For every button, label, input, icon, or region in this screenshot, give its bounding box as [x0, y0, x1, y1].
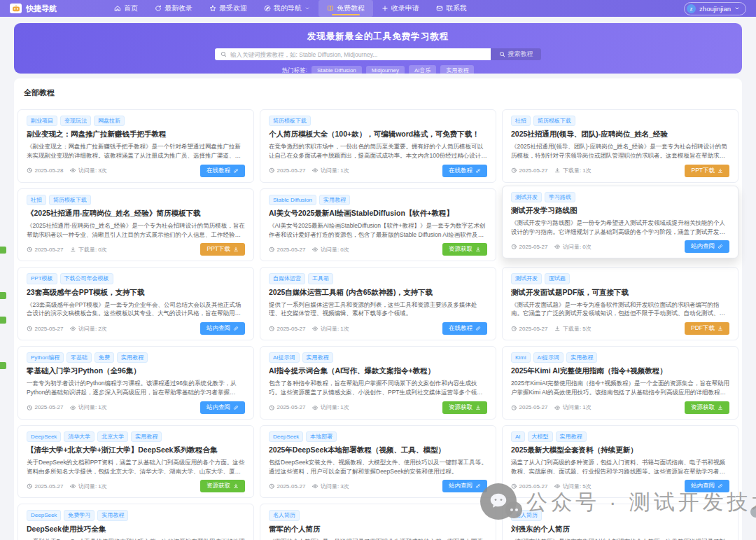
card-action-button[interactable]: 站内查阅	[685, 480, 729, 492]
nav-item-home[interactable]: 首页	[106, 0, 146, 17]
card-action-button[interactable]: 资源获取	[685, 401, 729, 414]
category-tag[interactable]: 测试开发	[511, 273, 542, 284]
category-tag[interactable]: 网盘拉新	[94, 116, 125, 126]
category-tag[interactable]: 免费	[94, 352, 114, 363]
card-action-button[interactable]: 在线教程	[200, 165, 245, 177]
category-tag[interactable]: DeepSeek	[269, 431, 303, 442]
card-action-button[interactable]: PDF下载	[685, 322, 729, 335]
card-action-button[interactable]: 资源获取	[442, 401, 487, 414]
card-title[interactable]: DeepSeek使用技巧全集	[27, 525, 245, 534]
category-tag[interactable]: Python编程	[27, 352, 64, 363]
nav-item-star[interactable]: 最受欢迎	[201, 0, 255, 17]
card-title[interactable]: AI美女号2025最新AI绘画StableDiffusion【软件+教程】	[269, 209, 487, 219]
category-tag[interactable]: 实用教程	[117, 352, 148, 363]
card-title[interactable]: 2025年DeepSeek本地部署教程（视频、工具、模型）	[269, 445, 487, 455]
nav-item-refresh[interactable]: 最新收录	[146, 0, 201, 17]
category-tag[interactable]: 本地部署	[306, 431, 337, 442]
category-tag[interactable]: 下载公司年会模板	[60, 273, 113, 284]
card-action-button[interactable]: 站内查阅	[200, 322, 245, 335]
hot-tag[interactable]: Midjourney	[366, 66, 405, 75]
category-tag[interactable]: 自媒体运营	[269, 273, 305, 284]
category-tag[interactable]: DeepSeek	[27, 431, 61, 442]
site-logo[interactable]: 快捷导航	[10, 4, 57, 14]
category-tag[interactable]: Kimi	[511, 352, 531, 363]
hot-tag[interactable]: AI音乐	[409, 65, 437, 76]
eye-icon	[312, 483, 318, 490]
card-title[interactable]: 【清华大学+北京大学+浙江大学】DeepSeek系列教程合集	[27, 445, 245, 455]
card-action-button[interactable]: 站内查阅	[442, 480, 487, 492]
category-tag[interactable]: 简历模板下载	[49, 195, 91, 205]
card-meta: 2025-05-28访问量: 3次	[27, 167, 107, 174]
card-title[interactable]: 《2025社招通用-应聘岗位_姓名_经验》简历模板下载	[27, 209, 245, 219]
category-tag[interactable]: 简历模板下载	[269, 116, 311, 126]
card-title[interactable]: 雷军的个人简历	[269, 525, 487, 534]
category-tag[interactable]: AI提示词	[269, 352, 300, 363]
nav-item-label: 我的导航	[274, 4, 302, 13]
card-title[interactable]: 2025最新大模型全套资料（持续更新）	[511, 445, 729, 455]
category-tag[interactable]: 简历模板下载	[533, 116, 575, 126]
card-action-button[interactable]: PPT下载	[200, 243, 245, 256]
category-tag[interactable]: 测试开发	[511, 192, 542, 202]
search-input[interactable]	[230, 51, 485, 58]
category-tag[interactable]: 北京大学	[97, 431, 128, 442]
category-tag[interactable]: 工具箱	[308, 273, 333, 284]
card-title[interactable]: 个人简历模板大全（100+款），可编辑word格式，可免费下载！	[269, 130, 487, 139]
card-title[interactable]: 2025自媒体运营工具箱 (内含65款神器)，支持下载	[269, 288, 487, 298]
category-tag[interactable]: 实用教程	[566, 352, 597, 363]
card-title[interactable]: 刘强东的个人简历	[511, 525, 729, 534]
card-action-button[interactable]: 资源获取	[442, 243, 487, 256]
user-menu[interactable]: z zhoujinjian	[684, 2, 746, 15]
category-tag[interactable]: 实用教程	[319, 195, 350, 205]
card-action-button[interactable]: 站内查阅	[200, 401, 245, 414]
category-tag[interactable]: 清华大学	[64, 431, 94, 442]
category-tag[interactable]: 变现玩法	[60, 116, 91, 126]
category-tag[interactable]: 大模型	[528, 431, 553, 442]
hot-tag[interactable]: Stable Diffusion	[312, 66, 362, 75]
nav-item-plus[interactable]: 收录申请	[373, 0, 428, 17]
nav-item-book[interactable]: 免费教程	[318, 0, 373, 17]
card-action-button[interactable]: 站内查阅	[685, 240, 729, 253]
category-tag[interactable]: 学习路线	[545, 192, 575, 202]
card-count: 访问量: 3次	[321, 483, 349, 490]
category-tag[interactable]: DeepSeek	[27, 510, 61, 520]
category-tag[interactable]: 实用教程	[302, 352, 333, 363]
hot-tag[interactable]: 实用教程	[440, 65, 474, 76]
category-tag[interactable]: 实用教程	[556, 431, 587, 442]
card-action-button[interactable]: 在线教程	[442, 322, 487, 335]
category-tag[interactable]: 社招	[511, 116, 531, 126]
category-tag[interactable]: AI	[511, 431, 525, 442]
card-title[interactable]: 23套高级感年会PPT模板，支持下载	[27, 288, 245, 298]
category-tag[interactable]: 免费学习	[64, 510, 94, 520]
search-button[interactable]: 搜索教程	[491, 48, 541, 60]
card-date: 2025-05-27	[277, 167, 306, 174]
card-action-button[interactable]: 在线教程	[442, 165, 487, 177]
eye-icon	[554, 483, 561, 490]
card-title[interactable]: 2025社招通用(领导、团队)-应聘岗位_姓名_经验	[511, 130, 729, 139]
category-tag[interactable]: PPT模板	[27, 273, 57, 284]
category-tag[interactable]: 社招	[27, 195, 46, 205]
category-tag[interactable]: 实用教程	[97, 510, 128, 520]
card-action-button[interactable]: PPT下载	[685, 165, 729, 177]
card-title[interactable]: 零基础入门学习Python（全96集）	[27, 366, 245, 376]
card-title[interactable]: 2025年Kimi AI完整使用指南（指令+视频教程）	[511, 366, 729, 376]
card-title[interactable]: 测试开发面试题PDF版，可直接下载	[511, 288, 729, 298]
card-title[interactable]: 副业变现之：网盘推广拉新赚钱手把手教程	[27, 130, 245, 139]
card-title[interactable]: AI指令提示词合集（AI写作、爆款文案指令+教程）	[269, 366, 487, 376]
category-tag[interactable]: AI提示词	[533, 352, 564, 363]
category-tag[interactable]: Stable Diffusion	[269, 195, 316, 205]
category-tag[interactable]: 实用教程	[131, 431, 162, 442]
category-tag[interactable]: 面试题	[545, 273, 570, 284]
count-meta: 下载量: 0次	[70, 246, 106, 254]
nav-item-mail[interactable]: 联系我	[428, 0, 475, 17]
card-title[interactable]: 测试开发学习路线图	[511, 206, 729, 216]
card-action-label: PPT下载	[691, 167, 715, 175]
category-tag[interactable]: 副业项目	[27, 116, 57, 126]
card-date: 2025-05-27	[35, 326, 64, 332]
category-tag[interactable]: 零基础	[66, 352, 92, 363]
card-action-button[interactable]: 资源获取	[200, 480, 245, 492]
nav-item-compass[interactable]: 我的导航	[255, 0, 318, 17]
category-tag[interactable]: 名人简历	[511, 510, 542, 520]
category-tag[interactable]: 名人简历	[269, 510, 300, 520]
card-meta: 2025-05-27访问量: 3次	[269, 483, 349, 490]
tutorial-card: 自媒体运营工具箱2025自媒体运营工具箱 (内含65款神器)，支持下载提供了一系…	[260, 267, 496, 340]
